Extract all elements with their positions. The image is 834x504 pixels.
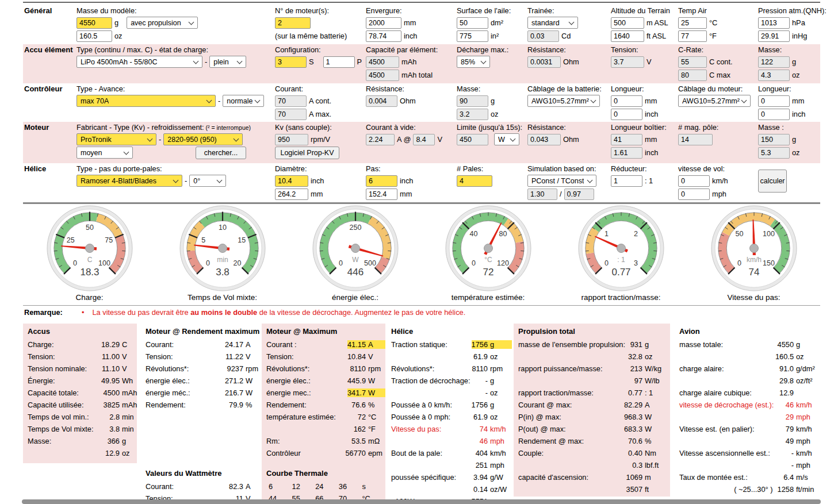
- result-label: masse totale:: [679, 340, 778, 349]
- surface-de-l-aile-input-10[interactable]: [457, 30, 488, 42]
- pales-input-00[interactable]: [457, 175, 492, 187]
- chevron-down-icon: [481, 58, 487, 64]
- type-avance-select-02[interactable]: normale: [223, 95, 264, 107]
- type-continu-max-c-etat-de-charge-select-00[interactable]: LiPo 4500mAh - 55/80C: [76, 56, 202, 68]
- fabricant-type-kv-refroidissement-select-02[interactable]: 2820-950 (950): [163, 133, 243, 145]
- result-label: Masse:: [28, 437, 108, 445]
- svg-text:0: 0: [206, 259, 210, 267]
- diametre-input-00[interactable]: [275, 175, 308, 187]
- result-value: 341.7: [347, 388, 366, 397]
- pas-input-00[interactable]: [366, 175, 397, 187]
- result-value: 162: [354, 425, 366, 433]
- surface-de-l-aile-input-00[interactable]: [457, 17, 488, 29]
- result-value: 46: [480, 437, 488, 445]
- result-label: poussée spécifique:: [391, 473, 473, 482]
- decharge-max-select-00[interactable]: 85%: [457, 56, 490, 68]
- result-row: Capacité totale:4500mAh: [28, 387, 137, 399]
- result-row: 3507ft: [518, 483, 670, 495]
- masse-du-modele-input-10[interactable]: [76, 30, 112, 42]
- result-label: Temps de vol min.:: [28, 413, 109, 421]
- results-panel: AccusCharge:18.29CTension:11.00VTension …: [23, 324, 820, 504]
- row-label-accu-element: Accu élément: [24, 45, 73, 54]
- gauge-label: rapport traction/masse:: [554, 293, 687, 302]
- temp-air-input-00[interactable]: [678, 17, 707, 29]
- reducteur-input-00[interactable]: [611, 175, 642, 187]
- chercher-button[interactable]: chercher...: [196, 147, 246, 159]
- altitude-du-terrain-input-00[interactable]: [611, 17, 644, 29]
- unit-label: oz: [792, 71, 800, 79]
- result-value: 11.00: [102, 352, 120, 361]
- masse-du-modele-select-03[interactable]: avec propulsion: [127, 17, 198, 29]
- fabricant-type-kv-refroidissement-select-10[interactable]: moyen: [76, 147, 133, 159]
- pas-input-10[interactable]: [366, 188, 397, 200]
- spacer: [266, 459, 385, 469]
- longueur-boitier-input-00: [611, 134, 642, 145]
- result-value: 8110: [350, 364, 366, 373]
- type-pas-du-porte-pales-select-02[interactable]: 0°: [189, 175, 226, 187]
- limite-jusqu-a-15s-select-02[interactable]: W: [494, 133, 519, 145]
- envergure-input-00[interactable]: [366, 17, 401, 29]
- field-group-cablage-du-moteur: Câblage du moteur:AWG10=5.27mm²: [678, 84, 751, 107]
- result-label: Couple:: [518, 449, 628, 457]
- temp-air-input-10[interactable]: [678, 30, 707, 42]
- svg-text:18.3: 18.3: [80, 267, 99, 278]
- unit-label: m ASL: [646, 18, 668, 27]
- result-row: P(in) @ max:968.3W: [518, 411, 670, 423]
- result-row: Poussée à 0 mph:61.9oz: [391, 411, 512, 423]
- result-value: 49.95: [101, 376, 120, 385]
- remark-row: Remarque: • La vitesse du pas devrait êt…: [23, 308, 820, 317]
- result-value: 29.8: [779, 376, 794, 385]
- field-label: N° de moteur(s):: [275, 6, 347, 16]
- fabricant-type-kv-refroidissement-select-00[interactable]: ProTronik: [76, 133, 156, 145]
- trainee-select-00[interactable]: standard: [527, 17, 578, 29]
- selected-option: avec propulsion: [131, 19, 181, 27]
- field-label-note: (² = interrompue): [204, 124, 251, 131]
- field-group-masse: Masse:goz: [758, 45, 800, 82]
- horizontal-scrollbar[interactable]: [22, 499, 821, 504]
- calculer-button[interactable]: calculer: [758, 170, 787, 193]
- diametre-input-10[interactable]: [275, 188, 308, 200]
- type-continu-max-c-etat-de-charge-select-02[interactable]: plein: [209, 56, 246, 68]
- longueur-input-00[interactable]: [611, 95, 642, 107]
- logiciel-prop-kv-button[interactable]: Logiciel Prop-KV: [275, 147, 339, 159]
- result-row: Temps de Vol mixte:3.8min: [28, 423, 137, 435]
- type-pas-du-porte-pales-select-00[interactable]: Ramoser 4-Blatt/Blades: [76, 175, 182, 187]
- masse-du-modele-input-00[interactable]: [76, 17, 112, 29]
- result-row: ( ~25...30° )1258ft/min: [679, 483, 820, 495]
- type-avance-select-00[interactable]: max 70A: [76, 95, 216, 107]
- field-group-configuration: Configuration:SP: [275, 45, 362, 68]
- result-row: P(out) @ max:683.3W: [518, 423, 670, 435]
- result-value: 404: [476, 449, 488, 457]
- configuration-input-00[interactable]: [275, 56, 307, 68]
- resistance-input-00: [527, 134, 561, 145]
- cablage-de-la-batterie-select-00[interactable]: AWG10=5.27mm²: [527, 95, 600, 107]
- svg-text:0: 0: [737, 259, 741, 267]
- result-label: Rendement @ max:: [518, 437, 628, 445]
- longueur-input-10[interactable]: [611, 109, 642, 120]
- field-group-temp-air: Temp Air°C°F: [678, 6, 717, 43]
- result-row: Vitesse ascensionnelle est.:-km/h: [679, 447, 820, 459]
- field-label: Simulation based on:: [527, 164, 596, 174]
- field-group-resistance: Résistance:Ohm: [366, 84, 416, 107]
- envergure-input-10[interactable]: [366, 30, 401, 42]
- divider: [23, 305, 820, 306]
- result-value: 24.17: [225, 340, 243, 349]
- n-de-moteur-s-input-00[interactable]: [275, 17, 311, 29]
- longueur-input-10[interactable]: [758, 109, 790, 120]
- selected-option: normale: [227, 97, 253, 105]
- result-value: 4500: [104, 388, 120, 397]
- result-row: poussée spécifique:3.94g/W: [391, 471, 512, 483]
- unit-label: ft ASL: [646, 32, 666, 40]
- simulation-based-on-select-00[interactable]: PConst / TConst: [527, 175, 596, 187]
- pression-atm-qnh-input-10[interactable]: [758, 30, 790, 42]
- result-value: 46: [786, 401, 794, 409]
- longueur-input-00[interactable]: [758, 95, 790, 107]
- configuration-input-03[interactable]: [323, 56, 355, 68]
- cablage-du-moteur-select-00[interactable]: AWG10=5.27mm²: [678, 95, 751, 107]
- altitude-du-terrain-input-10[interactable]: [611, 30, 644, 42]
- vitesse-de-vol-input-10[interactable]: [678, 188, 710, 200]
- pression-atm-qnh-input-00[interactable]: [758, 17, 790, 29]
- unit-label: oz: [491, 110, 499, 118]
- vitesse-de-vol-input-00[interactable]: [678, 175, 710, 187]
- result-unit: mΩ: [366, 437, 385, 445]
